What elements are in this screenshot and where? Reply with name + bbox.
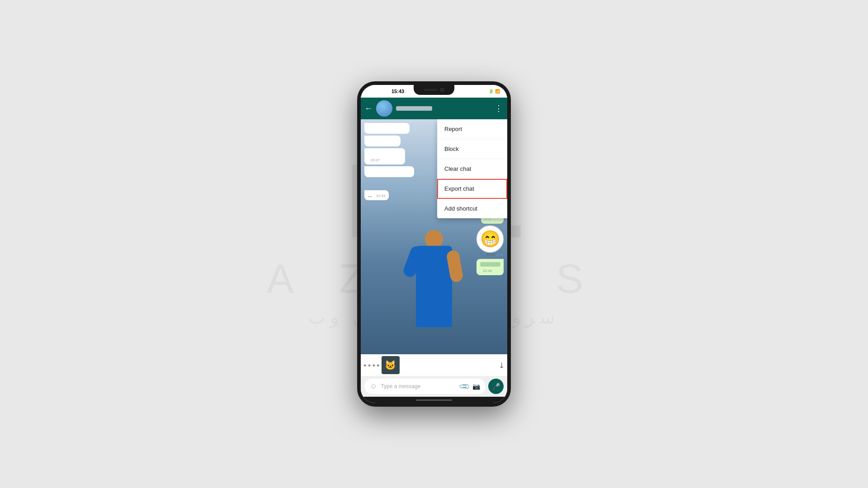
chat-area: 20:27 Yus downloading 20:31 ✓✓ ... 22:33 — [361, 119, 507, 354]
emoji-icon[interactable]: ☺ — [370, 382, 377, 390]
dropdown-overlay: Report Block Clear chat Export chat Add … — [361, 119, 507, 354]
camera-icon[interactable]: 📷 — [472, 383, 480, 390]
menu-item-clear-chat[interactable]: Clear chat — [437, 159, 507, 179]
bottom-media-bar: ● ● ● ● 🐱 ⤓ — [361, 354, 507, 376]
menu-item-export-chat[interactable]: Export chat — [437, 179, 507, 199]
avatar-image — [376, 100, 392, 117]
signal-icon: 📶 — [495, 89, 500, 94]
menu-dots-icon[interactable]: ⋮ — [495, 103, 504, 113]
back-button[interactable]: ← — [364, 104, 373, 113]
menu-item-add-shortcut[interactable]: Add shortcut — [437, 199, 507, 218]
media-dots: ● ● ● ● — [363, 362, 380, 368]
expand-icon[interactable]: ⤓ — [499, 361, 505, 370]
mic-button[interactable]: 🎤 — [488, 379, 504, 394]
phone-screen: 15:43 🔋 📶 ← ⋮ — [361, 85, 507, 403]
media-thumbnail[interactable]: 🐱 — [382, 356, 400, 374]
home-bar — [361, 397, 507, 403]
contact-name — [396, 106, 432, 111]
front-camera — [440, 88, 444, 92]
menu-item-block[interactable]: Block — [437, 139, 507, 159]
speaker — [424, 89, 437, 91]
message-input-field[interactable]: ☺ Type a message 📎 📷 — [364, 379, 486, 394]
attach-icon[interactable]: 📎 — [458, 380, 471, 393]
home-indicator — [416, 399, 452, 401]
input-bar: ☺ Type a message 📎 📷 🎤 — [361, 376, 507, 397]
dropdown-menu: Report Block Clear chat Export chat Add … — [437, 119, 507, 218]
contact-info — [396, 106, 491, 111]
status-bar: 15:43 🔋 📶 — [361, 85, 507, 98]
status-icons: 🔋 📶 — [489, 89, 500, 94]
phone-device: 15:43 🔋 📶 ← ⋮ — [357, 81, 511, 407]
status-time: 15:43 — [392, 89, 404, 94]
menu-item-report[interactable]: Report — [437, 119, 507, 139]
avatar[interactable] — [376, 100, 392, 117]
chat-header: ← ⋮ — [361, 98, 507, 119]
battery-icon: 🔋 — [489, 89, 494, 94]
notch — [414, 85, 454, 95]
input-placeholder-text: Type a message — [381, 383, 456, 389]
